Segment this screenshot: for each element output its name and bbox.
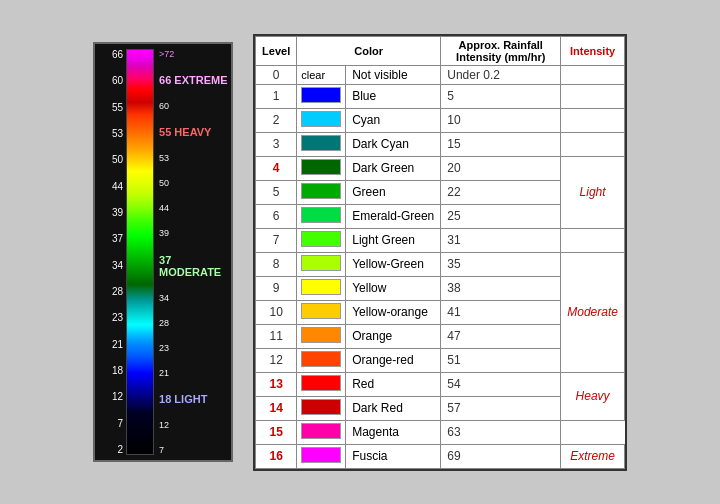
rainfall-cell: 41 [441,300,561,324]
color-name-cell: Emerald-Green [346,204,441,228]
rainfall-table: Level Color Approx. Rainfall Intensity (… [255,36,625,469]
rainfall-cell: 57 [441,396,561,420]
color-swatch-cell: clear [297,65,346,84]
color-name-cell: Orange-red [346,348,441,372]
color-swatch [301,375,341,391]
level-cell: 13 [256,372,297,396]
rainfall-cell: 47 [441,324,561,348]
color-name-cell: Yellow-orange [346,300,441,324]
level-cell: 15 [256,420,297,444]
rainfall-cell: 69 [441,444,561,468]
intensity-cell [561,108,625,132]
color-swatch-cell [297,396,346,420]
rainfall-cell: 22 [441,180,561,204]
color-swatch-cell [297,156,346,180]
color-swatch [301,327,341,343]
table-row: 8Yellow-Green35Moderate [256,252,625,276]
color-swatch [301,279,341,295]
color-swatch-cell [297,132,346,156]
level-cell: 0 [256,65,297,84]
color-swatch [301,111,341,127]
color-swatch [301,207,341,223]
color-name-cell: Yellow-Green [346,252,441,276]
clear-label: clear [301,69,325,81]
color-swatch [301,159,341,175]
level-cell: 6 [256,204,297,228]
color-name-cell: Red [346,372,441,396]
intensity-cell: Heavy [561,372,625,420]
table-row: 15Magenta63 [256,420,625,444]
rainfall-cell: 10 [441,108,561,132]
color-name-cell: Fuscia [346,444,441,468]
table-row: 7Light Green31 [256,228,625,252]
col-header-rainfall: Approx. Rainfall Intensity (mm/hr) [441,36,561,65]
color-swatch [301,183,341,199]
color-swatch [301,351,341,367]
rainfall-cell: 31 [441,228,561,252]
level-cell: 9 [256,276,297,300]
rainfall-cell: 51 [441,348,561,372]
color-name-cell: Blue [346,84,441,108]
color-swatch-cell [297,420,346,444]
color-swatch [301,231,341,247]
color-swatch-cell [297,228,346,252]
level-cell: 12 [256,348,297,372]
table-row: 13Red54Heavy [256,372,625,396]
intensity-cell: Extreme [561,444,625,468]
intensity-cell [561,65,625,84]
level-cell: 1 [256,84,297,108]
color-swatch-cell [297,252,346,276]
color-swatch-cell [297,324,346,348]
level-cell: 16 [256,444,297,468]
level-cell: 8 [256,252,297,276]
color-name-cell: Dark Green [346,156,441,180]
col-header-level: Level [256,36,297,65]
color-name-cell: Dark Cyan [346,132,441,156]
color-name-cell: Not visible [346,65,441,84]
rainfall-cell: 25 [441,204,561,228]
color-swatch-cell [297,300,346,324]
col-header-color: Color [297,36,441,65]
rainfall-cell: 63 [441,420,561,444]
rainfall-cell: 38 [441,276,561,300]
color-swatch-cell [297,444,346,468]
intensity-cell [561,84,625,108]
rainfall-cell: 5 [441,84,561,108]
scale-left-labels: 66 60 55 53 50 44 39 37 34 28 23 21 18 1… [98,49,124,455]
rainfall-cell: 20 [441,156,561,180]
color-name-cell: Light Green [346,228,441,252]
color-swatch [301,87,341,103]
color-swatch-cell [297,204,346,228]
color-scale-panel: 66 60 55 53 50 44 39 37 34 28 23 21 18 1… [93,42,233,462]
color-swatch [301,255,341,271]
intensity-cell: Light [561,156,625,228]
scale-right-labels: >72 66 EXTREME 60 55 HEAVY 53 50 44 39 3… [156,49,228,455]
color-swatch [301,423,341,439]
table-row: 1Blue5 [256,84,625,108]
rainfall-cell: 35 [441,252,561,276]
color-name-cell: Yellow [346,276,441,300]
color-swatch-cell [297,108,346,132]
color-name-cell: Dark Red [346,396,441,420]
table-row: 3Dark Cyan15 [256,132,625,156]
table-row: 16Fuscia69Extreme [256,444,625,468]
color-name-cell: Orange [346,324,441,348]
color-swatch-cell [297,372,346,396]
col-header-intensity: Intensity [561,36,625,65]
color-swatch-cell [297,180,346,204]
color-swatch [301,303,341,319]
intensity-cell [561,132,625,156]
table-row: 2Cyan10 [256,108,625,132]
level-cell: 2 [256,108,297,132]
color-swatch-cell [297,84,346,108]
data-table-container: Level Color Approx. Rainfall Intensity (… [253,34,627,471]
color-name-cell: Cyan [346,108,441,132]
gradient-bar [126,49,154,455]
level-cell: 7 [256,228,297,252]
intensity-cell: Moderate [561,252,625,372]
level-cell: 4 [256,156,297,180]
color-swatch-cell [297,348,346,372]
table-row: 0clearNot visibleUnder 0.2 [256,65,625,84]
table-row: 4Dark Green20Light [256,156,625,180]
color-name-cell: Green [346,180,441,204]
